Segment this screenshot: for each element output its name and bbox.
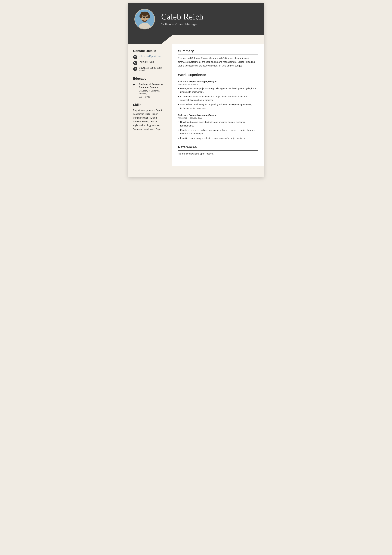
job-bullet: Assisted with evaluating and improving s… (178, 103, 258, 110)
job-title: Software Project Manager, Google (178, 114, 258, 116)
job-dates: March 2023 - Present (178, 83, 258, 86)
summary-title: Summary (178, 49, 258, 54)
skill-item: Agile Methodology - Expert (133, 124, 168, 127)
education-title: Education (133, 77, 168, 80)
chevron-shape (128, 35, 172, 44)
skill-item: Technical Knowledge - Expert (133, 128, 168, 131)
svg-point-6 (143, 17, 144, 18)
skills-title: Skills (133, 103, 168, 107)
job-bullets: Developed project plans, budgets, and ti… (178, 120, 258, 140)
skills-list: Project Management - ExpertLeadership Sk… (133, 109, 168, 131)
education-section: Education Bachelor of Science in Compute… (133, 77, 168, 98)
candidate-title: Software Project Manager (161, 22, 204, 26)
contact-section: Contact Details calebreich@gmail.com (133, 49, 168, 72)
edu-years: 2017 - 2021 (139, 96, 168, 98)
edu-degree: Bachelor of Science in Computer Science (139, 83, 168, 89)
work-experience-title: Work Experience (178, 73, 258, 78)
contact-address-item: Mayaberg, 03803-3562, Hawaii (133, 67, 168, 72)
candidate-name: Caleb Reich (161, 12, 204, 21)
resume-document: Caleb Reich Software Project Manager Con… (128, 3, 264, 177)
header-text-block: Caleb Reich Software Project Manager (161, 12, 204, 26)
summary-section: Summary Experienced Software Project Man… (178, 49, 258, 68)
contact-email-item: calebreich@gmail.com (133, 55, 168, 59)
skill-item: Communication - Expert (133, 117, 168, 119)
location-icon (133, 67, 137, 71)
svg-point-3 (140, 12, 149, 16)
edu-school: University of California, Berkeley (139, 89, 168, 95)
job-item: Software Project Manager, GoogleMarch 20… (178, 80, 258, 110)
skill-item: Leadership Skills - Expert (133, 113, 168, 115)
contact-phone-value: (715) 885 8480 (139, 61, 154, 63)
job-bullets: Managed software projects through all st… (178, 87, 258, 110)
jobs-list: Software Project Manager, GoogleMarch 20… (178, 80, 258, 140)
job-dates: May 2021 - February 2023 (178, 117, 258, 119)
svg-point-4 (139, 14, 142, 18)
edu-bullet-icon (133, 83, 135, 98)
job-bullet: Coordinated with stakeholders and projec… (178, 95, 258, 102)
summary-text: Experienced Software Project Manager wit… (178, 56, 258, 68)
svg-point-15 (135, 68, 135, 69)
sidebar: Contact Details calebreich@gmail.com (128, 44, 172, 166)
main-content: Summary Experienced Software Project Man… (172, 44, 264, 166)
contact-title: Contact Details (133, 49, 168, 53)
resume-body: Contact Details calebreich@gmail.com (128, 44, 264, 166)
education-item: Bachelor of Science in Computer Science … (133, 83, 168, 98)
job-bullet: Identified and managed risks to ensure s… (178, 137, 258, 140)
skill-item: Project Management - Expert (133, 109, 168, 111)
avatar (134, 9, 155, 29)
job-title: Software Project Manager, Google (178, 80, 258, 83)
contact-address-value: Mayaberg, 03803-3562, Hawaii (139, 67, 168, 72)
svg-point-5 (147, 14, 150, 18)
references-text: References available upon request (178, 153, 258, 155)
references-title: References (178, 145, 258, 151)
edu-content: Bachelor of Science in Computer Science … (137, 83, 168, 98)
svg-point-7 (145, 17, 147, 18)
job-bullet: Managed software projects through all st… (178, 87, 258, 94)
work-experience-section: Work Experience Software Project Manager… (178, 73, 258, 140)
skill-item: Problem Solving - Expert (133, 120, 168, 123)
job-bullet: Monitored progress and performance of so… (178, 128, 258, 136)
contact-email-value[interactable]: calebreich@gmail.com (139, 55, 161, 58)
header-divider (128, 35, 264, 44)
job-item: Software Project Manager, GoogleMay 2021… (178, 114, 258, 140)
job-bullet: Developed project plans, budgets, and ti… (178, 120, 258, 127)
email-icon (133, 55, 137, 59)
svg-point-13 (144, 18, 145, 19)
contact-phone-item: (715) 885 8480 (133, 61, 168, 65)
skills-section: Skills Project Management - ExpertLeader… (133, 103, 168, 131)
phone-icon (133, 61, 137, 65)
resume-header: Caleb Reich Software Project Manager (128, 3, 264, 35)
references-section: References References available upon req… (178, 145, 258, 155)
